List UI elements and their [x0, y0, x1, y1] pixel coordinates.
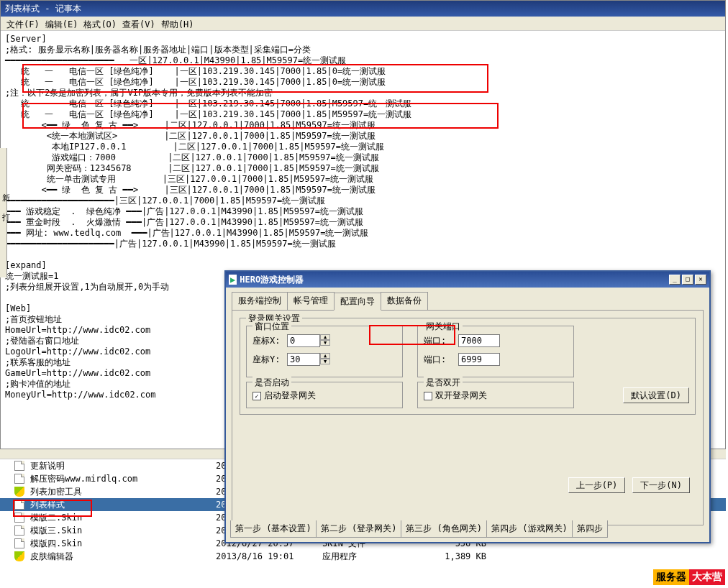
notepad-menubar: 文件(F) 编辑(E) 格式(O) 查看(V) 帮助(H)	[1, 17, 725, 31]
label-y: 座标Y:	[252, 354, 283, 366]
tab-panel: 登录网关设置 窗口位置 座标X: ▲▼ 座标Y: ▲▼ 网关端口	[232, 310, 704, 525]
checkbox-start[interactable]: ✓	[252, 392, 261, 400]
left-toolbar: 新 打	[0, 148, 7, 277]
file-icon	[14, 474, 24, 484]
file-name: 解压密码www.mirdlq.com	[30, 473, 210, 485]
step-4[interactable]: 第四步 (游戏网关)	[486, 520, 573, 538]
label-port2: 端口:	[424, 354, 454, 366]
tab-backup[interactable]: 数据备份	[381, 292, 428, 310]
spin-x-down[interactable]: ▼	[320, 340, 330, 346]
dialog-tabs: 服务端控制 帐号管理 配置向导 数据备份	[226, 288, 709, 310]
file-name: 皮肤编辑器	[30, 551, 210, 563]
maximize-button[interactable]: □	[682, 275, 693, 285]
spin-x-up[interactable]: ▲	[320, 334, 330, 340]
file-icon	[14, 525, 24, 536]
file-size: 1,389 KB	[414, 551, 486, 561]
shield-icon	[14, 551, 24, 561]
label-x: 座标X:	[252, 335, 283, 347]
file-name: 模版三.Skin	[30, 525, 210, 537]
file-row[interactable]: 皮肤编辑器2013/8/16 19:01应用程序1,389 KB	[0, 550, 726, 563]
label-start: 启动登录网关	[264, 390, 316, 402]
file-name: 模版四.Skin	[30, 538, 210, 550]
label-port1: 端口:	[424, 335, 454, 347]
default-button[interactable]: 默认设置(D)	[623, 387, 689, 403]
app-icon: ▶	[229, 275, 237, 285]
input-port1[interactable]	[458, 334, 500, 347]
hero-dialog: ▶HERO游戏控制器 _ □ ✕ 服务端控制 帐号管理 配置向导 数据备份 登录…	[224, 270, 711, 543]
menu-view[interactable]: 查看(V)	[121, 18, 157, 29]
checkbox-dual[interactable]	[424, 392, 432, 400]
group-dual-title: 是否双开	[424, 377, 463, 389]
group-start-title: 是否启动	[252, 377, 291, 389]
minimize-button[interactable]: _	[669, 275, 681, 285]
step-1[interactable]: 第一步 (基本设置)	[230, 520, 317, 538]
menu-file[interactable]: 文件(F)	[5, 18, 41, 29]
spin-y-up[interactable]: ▲	[320, 353, 330, 359]
notepad-titlebar: 列表样式 - 记事本	[1, 1, 725, 17]
group-login-gateway: 登录网关设置 窗口位置 座标X: ▲▼ 座标Y: ▲▼ 网关端口	[240, 318, 696, 415]
tab-config-wizard[interactable]: 配置向导	[334, 293, 381, 311]
group-gateway-port: 网关端口 端口: 端口:	[417, 326, 574, 377]
left-new[interactable]: 新	[0, 184, 11, 190]
tab-server-control[interactable]: 服务端控制	[232, 292, 288, 310]
file-name: 列表样式	[30, 499, 210, 511]
dialog-title: HERO游戏控制器	[240, 275, 304, 285]
file-name: 列表加密工具	[30, 486, 210, 498]
step-5[interactable]: 第四步	[572, 520, 608, 538]
file-date: 2013/8/16 19:01	[216, 551, 317, 561]
dialog-titlebar: ▶HERO游戏控制器 _ □ ✕	[226, 272, 709, 288]
input-y[interactable]	[287, 353, 320, 366]
prev-button[interactable]: 上一步(P)	[568, 477, 626, 493]
left-open[interactable]: 打	[0, 204, 11, 210]
shield-icon	[14, 487, 24, 497]
input-x[interactable]	[287, 334, 320, 347]
watermark-right: 大本营	[689, 569, 725, 585]
group-window-pos: 窗口位置 座标X: ▲▼ 座标Y: ▲▼	[246, 326, 403, 377]
watermark: 服务器 大本营	[653, 569, 725, 585]
next-button[interactable]: 下一步(N)	[632, 477, 690, 493]
file-name: 更新说明	[30, 460, 210, 472]
label-dual: 双开登录网关	[435, 390, 487, 402]
file-type: 应用程序	[322, 551, 409, 563]
group-pos-title: 窗口位置	[252, 321, 291, 333]
menu-format[interactable]: 格式(O)	[82, 18, 118, 29]
menu-edit[interactable]: 编辑(E)	[44, 18, 80, 29]
tab-account[interactable]: 帐号管理	[287, 292, 335, 310]
step-2[interactable]: 第二步 (登录网关)	[316, 520, 402, 538]
close-button[interactable]: ✕	[695, 275, 706, 285]
file-name: 模版二.Skin	[30, 512, 210, 524]
input-port2[interactable]	[458, 353, 500, 366]
file-icon	[14, 513, 24, 523]
file-icon	[14, 500, 24, 510]
group-autostart: 是否启动 ✓启动登录网关	[246, 382, 403, 408]
watermark-left: 服务器	[653, 569, 689, 585]
step-tabs: 第一步 (基本设置) 第二步 (登录网关) 第三步 (角色网关) 第四步 (游戏…	[230, 520, 607, 538]
group-dual: 是否双开 双开登录网关	[417, 382, 574, 408]
file-icon	[14, 461, 24, 471]
step-3[interactable]: 第三步 (角色网关)	[401, 520, 487, 538]
file-icon	[14, 538, 24, 548]
menu-help[interactable]: 帮助(H)	[160, 18, 196, 29]
group-port-title: 网关端口	[424, 321, 463, 333]
spin-y-down[interactable]: ▼	[320, 359, 330, 364]
notepad-title: 列表样式 - 记事本	[5, 3, 81, 15]
